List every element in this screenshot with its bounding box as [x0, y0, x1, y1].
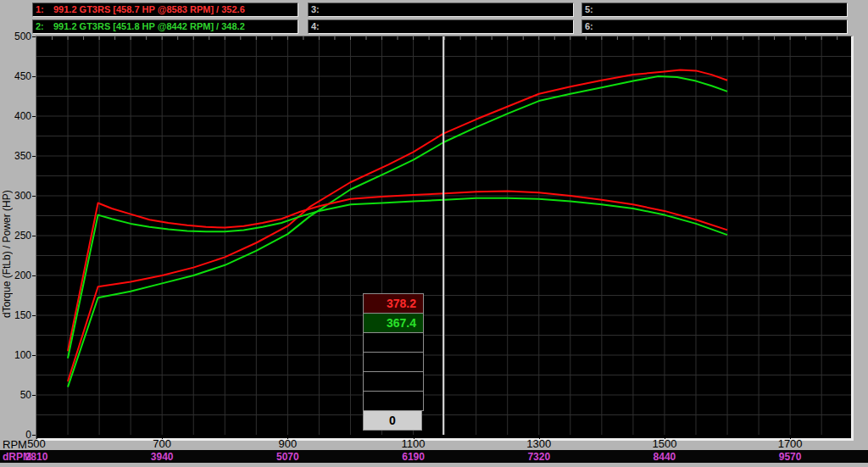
plot-area[interactable]: [36, 36, 854, 441]
dyno-chart: [36, 36, 851, 435]
x-tick-label: 1700: [765, 437, 815, 450]
y-tick-mark: [32, 236, 36, 236]
drpm-tick-label: 7320: [509, 451, 569, 463]
y-tick-label: 400: [0, 110, 31, 122]
y-tick-label: 100: [0, 349, 31, 361]
y-tick-mark: [32, 275, 36, 276]
y-tick-mark: [32, 395, 36, 396]
x-tick-label: 900: [262, 437, 313, 450]
x-tick-label: 1100: [388, 437, 439, 450]
y-tick-mark: [32, 355, 36, 356]
y-tick-label: 250: [0, 230, 31, 242]
x-tick-mark: [287, 436, 288, 439]
readout-cell: [363, 371, 424, 392]
legend-slot-5[interactable]: 5:: [581, 3, 848, 17]
drpm-tick-label: 5070: [258, 451, 317, 463]
drpm-tick-label: 2810: [7, 451, 66, 463]
y-axis-title: dTorque (FtLb) / Power (HP): [1, 127, 13, 381]
readout-cell: 378.2: [363, 293, 424, 314]
legend-slot-number: 6:: [585, 20, 603, 33]
readout-cell: 367.4: [363, 313, 424, 333]
y-tick-mark: [32, 315, 36, 316]
x-tick-mark: [162, 436, 163, 439]
y-tick-mark: [32, 36, 36, 37]
legend-slot-2[interactable]: 2:991.2 GT3RS [451.8 HP @8442 RPM] / 348…: [32, 19, 298, 34]
y-tick-label: 350: [0, 150, 31, 162]
drpm-tick-label: 8440: [635, 451, 694, 463]
y-tick-label: 500: [0, 31, 31, 42]
legend-slot-number: 5:: [585, 3, 603, 16]
legend-slot-3[interactable]: 3:: [308, 3, 574, 17]
y-tick-label: 200: [0, 270, 31, 281]
drpm-tick-label: 3940: [132, 451, 192, 463]
y-tick-label: 300: [0, 190, 31, 202]
legend-slot-1[interactable]: 1:991.2 GT3RS [458.7 HP @8583 RPM] / 352…: [32, 3, 298, 17]
legend-run-title: 991.2 GT3RS [451.8 HP @8442 RPM] / 348.2: [53, 21, 245, 31]
readout-cell: 0: [363, 410, 422, 431]
dyno-app-window: 1:991.2 GT3RS [458.7 HP @8583 RPM] / 352…: [0, 0, 868, 467]
x-tick-label: 1300: [514, 437, 565, 450]
legend-slot-number: 2:: [36, 20, 53, 33]
legend-slot-6[interactable]: 6:: [581, 19, 848, 34]
legend-run-title: 991.2 GT3RS [458.7 HP @8583 RPM] / 352.6: [53, 4, 245, 14]
legend-slot-number: 1:: [36, 3, 53, 16]
legend-slot-4[interactable]: 4:: [308, 19, 574, 34]
y-tick-mark: [32, 76, 36, 77]
y-tick-label: 150: [0, 309, 31, 321]
y-tick-label: 50: [0, 389, 31, 401]
x-tick-mark: [665, 436, 665, 439]
legend-slot-number: 4:: [311, 20, 329, 33]
x-tick-mark: [414, 436, 415, 439]
readout-cell: [363, 352, 424, 372]
x-tick-mark: [36, 436, 37, 439]
readout-cell: [363, 391, 424, 411]
drpm-tick-label: 9570: [760, 451, 820, 463]
y-tick-mark: [32, 116, 36, 117]
legend-slot-number: 3:: [311, 3, 329, 16]
x-tick-label: 500: [11, 437, 62, 450]
readout-cell: [363, 332, 424, 353]
x-tick-mark: [790, 436, 791, 439]
cursor-readout-box[interactable]: 378.2367.40: [363, 294, 422, 431]
y-tick-label: 450: [0, 70, 31, 82]
y-tick-mark: [32, 196, 36, 197]
y-tick-mark: [32, 435, 36, 436]
x-tick-label: 1500: [639, 437, 690, 450]
drpm-tick-label: 6190: [384, 451, 443, 463]
y-tick-mark: [32, 156, 36, 157]
x-tick-label: 700: [136, 437, 187, 450]
x-tick-mark: [539, 436, 540, 439]
